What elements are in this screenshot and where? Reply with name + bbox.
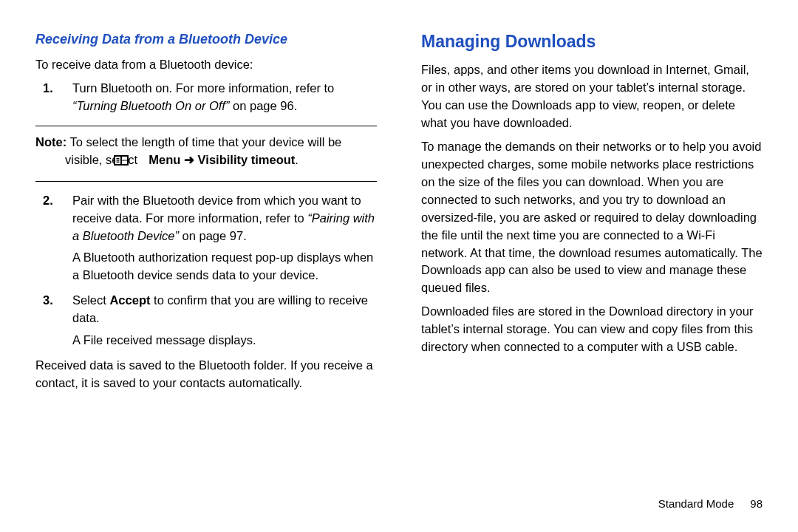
list-item: 1. Turn Bluetooth on. For more informati… (35, 80, 377, 115)
svg-rect-3 (116, 160, 119, 160)
paragraph: To manage the demands on their networks … (421, 138, 763, 297)
intro-text: To receive data from a Bluetooth device: (35, 56, 377, 74)
numbered-list-cont: 2. Pair with the Bluetooth device from w… (35, 192, 377, 349)
item-text: Select (72, 293, 109, 307)
item-body: Pair with the Bluetooth device from whic… (72, 192, 377, 285)
numbered-list: 1. Turn Bluetooth on. For more informati… (35, 80, 377, 115)
subheading-receiving-data: Receiving Data from a Bluetooth Device (35, 30, 377, 49)
page: Receiving Data from a Bluetooth Device T… (0, 0, 798, 532)
svg-rect-5 (122, 157, 127, 160)
visibility-timeout-label: Visibility timeout (198, 153, 296, 166)
heading-managing-downloads: Managing Downloads (421, 30, 763, 54)
left-column: Receiving Data from a Bluetooth Device T… (35, 30, 399, 517)
paragraph: Files, apps, and other items you downloa… (421, 61, 763, 132)
list-item: 2. Pair with the Bluetooth device from w… (35, 192, 377, 285)
right-column: Managing Downloads Files, apps, and othe… (399, 30, 763, 517)
dot: . (295, 153, 299, 166)
note-label: Note: (35, 135, 66, 149)
list-item: 3. Select Accept to confirm that you are… (35, 292, 377, 349)
item-body: Turn Bluetooth on. For more information,… (72, 80, 377, 115)
xref-italic: “Turning Bluetooth On or Off” (72, 99, 229, 112)
item-continuation: A Bluetooth authorization request pop-up… (72, 249, 377, 284)
item-body: Select Accept to confirm that you are wi… (72, 292, 377, 349)
svg-rect-4 (116, 161, 119, 162)
svg-rect-6 (122, 160, 127, 164)
item-text-tail: on page 97. (179, 229, 247, 242)
item-continuation: A File received message displays. (72, 332, 377, 349)
item-text-tail: on page 96. (229, 99, 297, 112)
item-number: 2. (35, 192, 72, 285)
item-text: Turn Bluetooth on. For more information,… (72, 81, 334, 95)
arrow-icon: ➜ (184, 153, 194, 166)
item-number: 1. (35, 80, 72, 115)
footer-label: Standard Mode (658, 497, 734, 510)
page-footer: Standard Mode98 (658, 497, 763, 510)
accept-bold: Accept (109, 293, 150, 307)
item-number: 3. (35, 292, 72, 349)
after-list-text: Received data is saved to the Bluetooth … (35, 357, 377, 392)
note-block: Note: To select the length of time that … (35, 134, 377, 182)
page-number: 98 (750, 497, 763, 510)
paragraph: Downloaded files are stored in the Downl… (421, 303, 763, 356)
svg-rect-2 (116, 158, 119, 159)
rule-top (35, 126, 377, 126)
menu-label: Menu (149, 153, 180, 166)
